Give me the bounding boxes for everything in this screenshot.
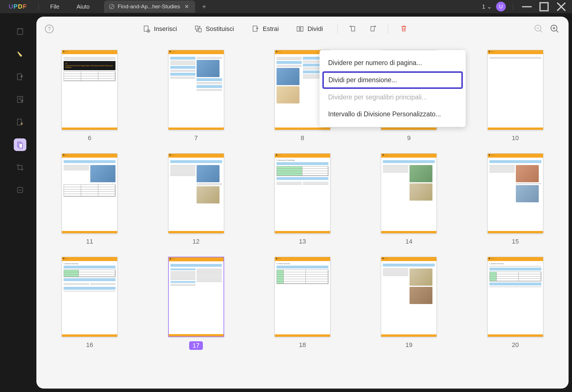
sidebar	[3, 17, 36, 389]
insert-label: Inserisci	[154, 25, 177, 33]
doc-count-value: 1	[482, 3, 485, 10]
document-tab[interactable]: Find-and-Ap...her-Studies ✕	[104, 1, 195, 13]
split-label: Dividi	[307, 25, 323, 33]
page-preview: 5. Harvard University	[487, 257, 543, 337]
page-number: 9	[407, 134, 411, 142]
page-thumbnail[interactable]: 14	[370, 153, 448, 245]
svg-rect-22	[301, 27, 303, 31]
svg-rect-12	[19, 143, 22, 148]
sidebar-redact-button[interactable]	[14, 184, 26, 196]
sidebar-edit-button[interactable]	[14, 70, 26, 83]
page-thumbnail[interactable]: 19	[370, 257, 448, 350]
page-thumbnail[interactable]: 12	[157, 153, 235, 245]
sidebar-organize-button[interactable]	[14, 138, 26, 151]
page-preview	[62, 153, 117, 234]
sidebar-reader-button[interactable]	[14, 25, 26, 38]
rotate-left-button[interactable]	[346, 21, 360, 36]
sidebar-comment-button[interactable]	[14, 48, 26, 60]
split-custom-range-option[interactable]: Intervallo di Divisione Personalizzato..…	[322, 106, 463, 123]
page-thumbnail[interactable]: 10	[477, 50, 554, 142]
page-preview	[168, 153, 224, 234]
page-number: 17	[189, 341, 203, 350]
page-number: 15	[512, 238, 519, 245]
titlebar-right: 1 ⌄ U	[482, 1, 572, 12]
zoom-out-button[interactable]	[534, 24, 544, 34]
svg-rect-21	[297, 27, 299, 31]
toolbar: ? Inserisci Sostituisci Estrai Dividi	[36, 17, 569, 41]
help-button[interactable]: ?	[45, 25, 54, 33]
thumbnail-grid: 03Looking Into the Top 10 Subject Majors…	[36, 41, 569, 389]
page-thumbnail[interactable]: 4. Oxford University 18	[264, 257, 341, 350]
chevron-down-icon: ⌄	[487, 3, 492, 10]
svg-line-27	[540, 30, 542, 33]
window-close-button[interactable]	[555, 1, 568, 12]
extract-label: Estrai	[263, 25, 279, 33]
separator	[337, 24, 338, 34]
replace-label: Sostituisci	[206, 25, 234, 33]
tab-close-button[interactable]: ✕	[183, 3, 190, 10]
page-preview	[381, 257, 437, 337]
page-thumbnail[interactable]: 03Looking Into the Top 10 Subject Majors…	[51, 50, 128, 142]
svg-rect-4	[17, 29, 23, 35]
delete-button[interactable]	[397, 21, 411, 36]
page-thumbnail[interactable]: 7	[157, 50, 235, 142]
svg-rect-24	[351, 26, 355, 31]
menu-file[interactable]: File	[42, 3, 68, 10]
window-minimize-button[interactable]	[520, 1, 533, 12]
page-number: 6	[88, 134, 91, 142]
page-preview	[487, 50, 543, 130]
page-thumbnail[interactable]: 15	[477, 153, 554, 245]
svg-line-30	[556, 30, 559, 33]
page-number: 20	[512, 341, 519, 349]
page-preview: 2. University of Cambridge	[275, 153, 330, 234]
split-by-bookmark-option: Dividere per segnalibri principali...	[322, 89, 463, 106]
page-thumbnail[interactable]: 17	[157, 257, 235, 350]
page-preview	[381, 153, 437, 234]
sidebar-crop-button[interactable]	[14, 161, 26, 174]
window-maximize-button[interactable]	[538, 1, 551, 12]
replace-button[interactable]: Sostituisci	[189, 22, 240, 36]
menu-help[interactable]: Aiuto	[68, 3, 98, 10]
svg-rect-20	[253, 26, 257, 32]
page-thumbnail[interactable]: 2. University of Cambridge 13	[264, 153, 341, 245]
split-by-size-option[interactable]: Dividi per dimensione...	[322, 71, 463, 89]
app-logo: UPDF	[0, 3, 36, 10]
doc-count[interactable]: 1 ⌄	[482, 3, 492, 10]
page-number: 19	[406, 341, 412, 349]
svg-point-9	[21, 100, 23, 101]
svg-rect-18	[195, 26, 198, 30]
content-area: ? Inserisci Sostituisci Estrai Dividi	[36, 17, 569, 389]
page-number: 8	[301, 134, 304, 142]
toolbar-right	[534, 24, 560, 34]
page-preview: 3. Stanford University	[62, 257, 117, 337]
rotate-right-button[interactable]	[366, 21, 379, 36]
titlebar: UPDF File Aiuto Find-and-Ap...her-Studie…	[0, 0, 572, 13]
tab-icon	[109, 4, 114, 9]
tab-add-button[interactable]: +	[195, 3, 213, 11]
extract-button[interactable]: Estrai	[246, 22, 285, 36]
split-dropdown-menu: Dividere per numero di pagina... Dividi …	[320, 50, 466, 127]
page-number: 7	[194, 134, 198, 142]
split-by-page-option[interactable]: Dividere per numero di pagina...	[322, 54, 463, 71]
sidebar-form-button[interactable]	[14, 93, 26, 106]
page-preview: 4. Oxford University	[275, 257, 330, 337]
sidebar-protect-button[interactable]	[14, 116, 26, 128]
page-number: 12	[193, 238, 199, 245]
separator	[38, 3, 39, 10]
page-number: 10	[512, 134, 519, 142]
user-avatar[interactable]: U	[496, 2, 506, 11]
page-thumbnail[interactable]: 11	[51, 153, 128, 245]
page-number: 18	[299, 341, 306, 349]
separator	[388, 24, 388, 34]
svg-rect-19	[199, 29, 201, 32]
page-number: 16	[86, 341, 93, 349]
zoom-in-button[interactable]	[550, 24, 560, 34]
split-button[interactable]: Dividi	[290, 22, 329, 36]
page-thumbnail[interactable]: 3. Stanford University 16	[51, 257, 128, 350]
insert-button[interactable]: Inserisci	[137, 22, 183, 36]
page-thumbnail[interactable]: 5. Harvard University 20	[477, 257, 554, 350]
svg-rect-25	[371, 26, 374, 31]
page-preview: 03Looking Into the Top 10 Subject Majors…	[62, 50, 117, 130]
svg-rect-1	[540, 3, 548, 11]
main-container: ? Inserisci Sostituisci Estrai Dividi	[0, 13, 572, 392]
